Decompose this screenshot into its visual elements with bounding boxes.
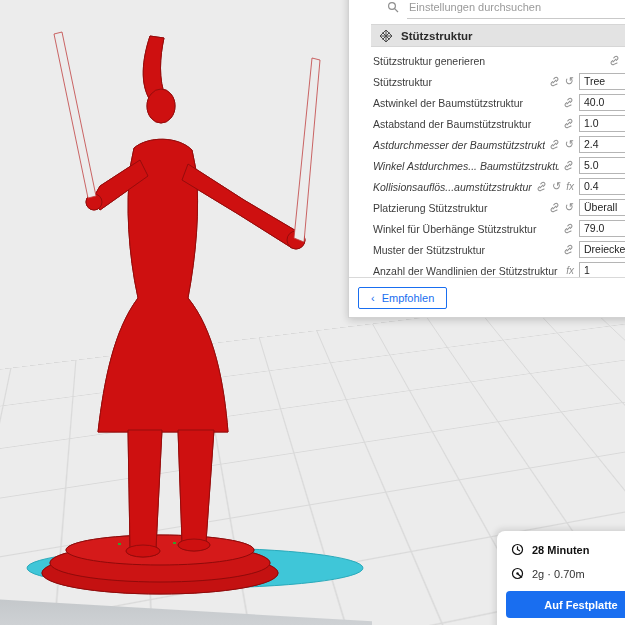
setting-row-pattern[interactable]: Muster der Stützstruktur Dreiecke [349, 239, 625, 260]
settings-panel: Stützstruktur Stützstruktur generieren ↺… [348, 0, 625, 318]
save-to-disk-button[interactable]: Auf Festplatte [506, 591, 625, 618]
setting-value[interactable]: 2.4 [579, 136, 625, 153]
setting-label: Astabstand der Baumstützstruktur [373, 118, 559, 130]
setting-label: Stützstruktur [373, 76, 545, 88]
setting-label: Winkel Astdurchmes... Baumstützstruktur [373, 160, 559, 172]
sword-right [294, 58, 320, 242]
sword-left [54, 32, 96, 198]
material-usage: 2g · 0.70m [532, 568, 585, 580]
material-row: 2g · 0.70m [497, 556, 625, 580]
link-icon[interactable] [549, 202, 560, 213]
support-structure-icon [379, 29, 393, 43]
link-icon[interactable] [536, 181, 547, 192]
settings-search[interactable] [349, 0, 625, 19]
setting-value[interactable]: 79.0 [579, 220, 625, 237]
section-title: Stützstruktur [401, 30, 473, 42]
setting-row-diameter-angle[interactable]: Winkel Astdurchmes... Baumstützstruktur … [349, 155, 625, 176]
setting-label: Stützstruktur generieren [373, 55, 605, 67]
section-header-support[interactable]: Stützstruktur [371, 24, 625, 47]
setting-row-placement[interactable]: Platzierung Stützstruktur ↺ Überall [349, 197, 625, 218]
setting-row-overhang-angle[interactable]: Winkel für Überhänge Stützstruktur 79.0 [349, 218, 625, 239]
print-time: 28 Minuten [532, 544, 589, 556]
clock-icon [511, 543, 524, 556]
print-summary-card: 28 Minuten 2g · 0.70m Auf Festplatte [497, 531, 625, 625]
link-icon[interactable] [563, 244, 574, 255]
link-icon[interactable] [563, 223, 574, 234]
revert-icon[interactable]: ↺ [565, 139, 574, 150]
setting-dropdown[interactable]: Tree [579, 73, 625, 90]
revert-icon[interactable]: ↺ [565, 202, 574, 213]
search-icon [387, 1, 399, 13]
setting-value[interactable]: 1 [579, 262, 625, 277]
setting-value[interactable]: 5.0 [579, 157, 625, 174]
link-icon[interactable] [549, 76, 560, 87]
setting-row-branch-diameter[interactable]: Astdurchmesser der Baumstützstruktur ↺ 2… [349, 134, 625, 155]
setting-dropdown[interactable]: Überall [579, 199, 625, 216]
setting-label: Platzierung Stützstruktur [373, 202, 545, 214]
setting-label: Muster der Stützstruktur [373, 244, 559, 256]
fx-icon: fx [566, 265, 574, 276]
setting-value[interactable]: 1.0 [579, 115, 625, 132]
filament-spool-icon [511, 567, 524, 580]
setting-label: Kollisionsauflös...aumstützstruktur [373, 181, 532, 193]
setting-row-branch-angle[interactable]: Astwinkel der Baumstützstruktur 40.0 [349, 92, 625, 113]
setting-row-generate-support[interactable]: Stützstruktur generieren ↺ ✓ [349, 50, 625, 71]
setting-value[interactable]: 0.4 [579, 178, 625, 195]
setting-row-wall-line-count[interactable]: Anzahl der Wandlinien der Stützstruktur … [349, 260, 625, 277]
link-icon[interactable] [609, 55, 620, 66]
setting-label: Anzahl der Wandlinien der Stützstruktur [373, 265, 562, 277]
revert-icon[interactable]: ↺ [565, 76, 574, 87]
search-input[interactable] [407, 0, 625, 19]
link-icon[interactable] [563, 97, 574, 108]
recommended-label: Empfohlen [382, 292, 435, 304]
settings-rows: Stützstruktur generieren ↺ ✓ Stützstrukt… [349, 50, 625, 277]
setting-label: Astwinkel der Baumstützstruktur [373, 97, 559, 109]
link-icon[interactable] [549, 139, 560, 150]
setting-label: Astdurchmesser der Baumstützstruktur [373, 139, 545, 151]
panel-footer: ‹ Empfohlen [349, 277, 625, 309]
fx-icon: fx [566, 181, 574, 192]
recommended-mode-button[interactable]: ‹ Empfohlen [358, 287, 447, 309]
setting-row-support-structure[interactable]: Stützstruktur ↺ Tree [349, 71, 625, 92]
setting-value[interactable]: 40.0 [579, 94, 625, 111]
link-icon[interactable] [563, 118, 574, 129]
setting-dropdown[interactable]: Dreiecke [579, 241, 625, 258]
back-chevron-icon: ‹ [371, 292, 375, 304]
model-3d[interactable] [0, 0, 380, 625]
revert-icon[interactable]: ↺ [552, 181, 561, 192]
setting-row-collision-resolution[interactable]: Kollisionsauflös...aumstützstruktur ↺ fx… [349, 176, 625, 197]
print-time-row: 28 Minuten [497, 531, 625, 556]
setting-row-branch-distance[interactable]: Astabstand der Baumstützstruktur 1.0 [349, 113, 625, 134]
link-icon[interactable] [563, 160, 574, 171]
setting-label: Winkel für Überhänge Stützstruktur [373, 223, 559, 235]
